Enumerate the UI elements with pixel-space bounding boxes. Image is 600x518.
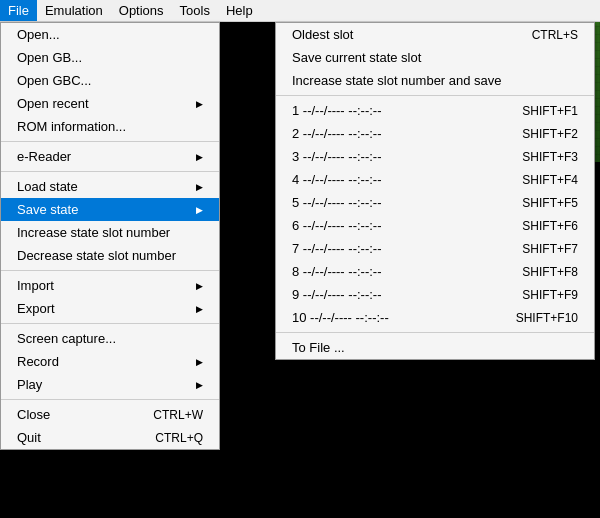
savestate-dropdown: Oldest slot CTRL+S Save current state sl… bbox=[275, 22, 595, 360]
menu-slot-8[interactable]: 8 --/--/---- --:--:-- SHIFT+F8 bbox=[276, 260, 594, 283]
menubar-file[interactable]: File bbox=[0, 0, 37, 21]
menu-load-state[interactable]: Load state bbox=[1, 175, 219, 198]
menu-open-gb[interactable]: Open GB... bbox=[1, 46, 219, 69]
menu-slot-7[interactable]: 7 --/--/---- --:--:-- SHIFT+F7 bbox=[276, 237, 594, 260]
savestate-separator-1 bbox=[276, 95, 594, 96]
menu-slot-3[interactable]: 3 --/--/---- --:--:-- SHIFT+F3 bbox=[276, 145, 594, 168]
menu-slot-10[interactable]: 10 --/--/---- --:--:-- SHIFT+F10 bbox=[276, 306, 594, 329]
separator-2 bbox=[1, 171, 219, 172]
menu-oldest-slot[interactable]: Oldest slot CTRL+S bbox=[276, 23, 594, 46]
menu-open-gbc[interactable]: Open GBC... bbox=[1, 69, 219, 92]
separator-3 bbox=[1, 270, 219, 271]
menu-screen-capture[interactable]: Screen capture... bbox=[1, 327, 219, 350]
separator-4 bbox=[1, 323, 219, 324]
menubar-tools[interactable]: Tools bbox=[172, 0, 218, 21]
file-dropdown: Open... Open GB... Open GBC... Open rece… bbox=[0, 22, 220, 450]
menu-slot-5[interactable]: 5 --/--/---- --:--:-- SHIFT+F5 bbox=[276, 191, 594, 214]
menu-slot-6[interactable]: 6 --/--/---- --:--:-- SHIFT+F6 bbox=[276, 214, 594, 237]
menu-open[interactable]: Open... bbox=[1, 23, 219, 46]
menu-open-recent[interactable]: Open recent bbox=[1, 92, 219, 115]
menu-play[interactable]: Play bbox=[1, 373, 219, 396]
menubar-options[interactable]: Options bbox=[111, 0, 172, 21]
menubar-emulation[interactable]: Emulation bbox=[37, 0, 111, 21]
menu-slot-2[interactable]: 2 --/--/---- --:--:-- SHIFT+F2 bbox=[276, 122, 594, 145]
menu-rom-info[interactable]: ROM information... bbox=[1, 115, 219, 138]
menu-slot-1[interactable]: 1 --/--/---- --:--:-- SHIFT+F1 bbox=[276, 99, 594, 122]
menu-increase-slot[interactable]: Increase state slot number bbox=[1, 221, 219, 244]
menu-export[interactable]: Export bbox=[1, 297, 219, 320]
separator-5 bbox=[1, 399, 219, 400]
menubar: File Emulation Options Tools Help bbox=[0, 0, 600, 22]
menu-save-state[interactable]: Save state bbox=[1, 198, 219, 221]
savestate-separator-2 bbox=[276, 332, 594, 333]
menu-quit[interactable]: Quit CTRL+Q bbox=[1, 426, 219, 449]
menu-slot-9[interactable]: 9 --/--/---- --:--:-- SHIFT+F9 bbox=[276, 283, 594, 306]
menu-ereader[interactable]: e-Reader bbox=[1, 145, 219, 168]
menubar-help[interactable]: Help bbox=[218, 0, 261, 21]
menu-decrease-slot[interactable]: Decrease state slot number bbox=[1, 244, 219, 267]
menu-to-file[interactable]: To File ... bbox=[276, 336, 594, 359]
menu-slot-4[interactable]: 4 --/--/---- --:--:-- SHIFT+F4 bbox=[276, 168, 594, 191]
separator-1 bbox=[1, 141, 219, 142]
menu-record[interactable]: Record bbox=[1, 350, 219, 373]
menu-import[interactable]: Import bbox=[1, 274, 219, 297]
menu-close[interactable]: Close CTRL+W bbox=[1, 403, 219, 426]
menu-increase-and-save[interactable]: Increase state slot number and save bbox=[276, 69, 594, 92]
menu-save-current[interactable]: Save current state slot bbox=[276, 46, 594, 69]
